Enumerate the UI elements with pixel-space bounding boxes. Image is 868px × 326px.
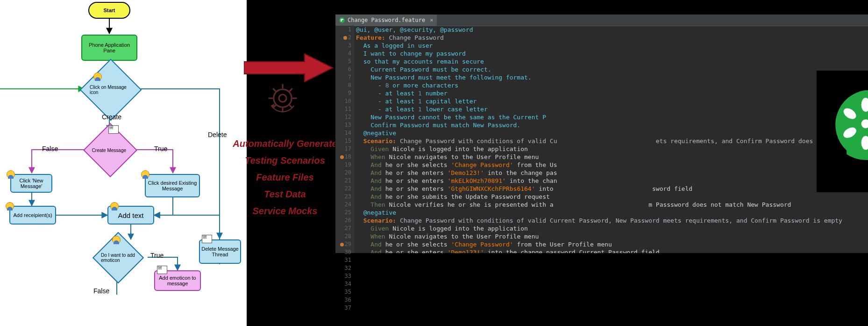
data-icon: 010101 xyxy=(202,235,212,243)
caption-line1: Automatically Generate xyxy=(227,138,343,149)
edge-label-true: True xyxy=(154,145,167,152)
caption-line3: Feature Files xyxy=(227,172,343,183)
svg-point-7 xyxy=(274,89,292,107)
ide-panel: Change Password.feature × 12345678910111… xyxy=(335,14,868,254)
user-icon xyxy=(6,202,14,210)
click-message-icon-label: Click on Message icon xyxy=(90,85,132,95)
create-message-label: Create Message xyxy=(92,148,128,153)
code-line: When Nicole navigates to the User Profil… xyxy=(356,153,868,161)
code-line: New Password cannot be the same as the C… xyxy=(356,113,868,121)
tab-filename: Change Password.feature xyxy=(348,16,425,24)
code-line: Confirm Password must match New Password… xyxy=(356,121,868,129)
add-recipients-label: Add receipient(s) xyxy=(13,212,52,218)
code-line: - at least 1 capital letter xyxy=(356,97,868,105)
code-line: And he or she enters 'Demo123!' into the… xyxy=(356,169,868,177)
click-existing-message-label: Click desired Existing Message xyxy=(146,180,199,191)
start-node: Start xyxy=(88,2,130,19)
delete-thread-label: Delete Message Thread xyxy=(200,246,240,257)
user-icon xyxy=(7,170,15,179)
user-icon xyxy=(141,170,149,179)
code-line: Given Nicole is logged into the applicat… xyxy=(356,145,868,153)
code-line: And he or she submits the Update Passwor… xyxy=(356,193,868,201)
edge-label-delete: Delete xyxy=(208,131,227,138)
code-line: - 8 or more characters xyxy=(356,81,868,89)
add-text-label: Add text xyxy=(118,211,143,219)
code-line: Feature: Change Password xyxy=(356,34,868,42)
user-icon xyxy=(110,202,119,210)
edge-label-create: Create xyxy=(102,113,121,121)
tab-bar: Change Password.feature × xyxy=(335,14,868,26)
code-line: I want to change my password xyxy=(356,50,868,58)
start-label: Start xyxy=(103,7,115,13)
close-icon[interactable]: × xyxy=(430,16,433,24)
code-line: @ui, @user, @security, @password xyxy=(356,26,868,34)
click-new-message-label: Click 'New Message' xyxy=(11,178,51,189)
data-icon: 010101 xyxy=(157,266,167,274)
code-line: @negative xyxy=(356,209,868,217)
code-line: - at least 1 number xyxy=(356,89,868,97)
edge-label-true2: True xyxy=(150,252,164,259)
gear-icon xyxy=(264,80,301,117)
code-line: Scenario: Change Password with condition… xyxy=(356,217,868,225)
caption-line2: Testing Scenarios xyxy=(227,155,343,166)
line-number-gutter: 1234567891011121314151718192021222324252… xyxy=(335,26,354,253)
edge-label-false2: False xyxy=(93,287,109,295)
add-emoticon-label: Add emoticon to message xyxy=(155,275,200,286)
code-line: so that my accounts remain secure xyxy=(356,58,868,65)
code-line: @negative xyxy=(356,129,868,137)
code-line: And he or she enters 'Demo123!' into the… xyxy=(356,248,868,253)
file-tab[interactable]: Change Password.feature × xyxy=(335,14,437,26)
phone-app-node: Phone Application Pane xyxy=(81,35,137,61)
code-line: As a logged in user xyxy=(356,42,868,50)
flowchart-panel: Start Phone Application Pane Click on Me… xyxy=(0,0,247,326)
code-line: And he or she enters 'mkELkOHzh70891' in… xyxy=(356,177,868,185)
code-line: Current Password must be correct. xyxy=(356,65,868,73)
user-icon xyxy=(112,236,121,244)
code-line: Scenario: Change Password with condition… xyxy=(356,137,868,145)
data-icon: 010101 xyxy=(108,125,119,134)
click-new-message-node: Click 'New Message' xyxy=(10,174,52,193)
add-recipients-node: Add receipient(s) xyxy=(9,206,56,225)
edge-label-false: False xyxy=(42,145,58,152)
click-message-icon-node: Click on Message icon xyxy=(80,59,142,121)
code-line: New Password must meet the following for… xyxy=(356,73,868,81)
code-line: And he or she selects 'Change Password' … xyxy=(356,240,868,248)
svg-point-8 xyxy=(279,94,286,102)
caption-line4: Test Data xyxy=(227,189,343,200)
user-icon xyxy=(93,72,102,81)
code-line: And he or she selects 'Change Password' … xyxy=(356,161,868,169)
code-line: - at least 1 lower case letter xyxy=(356,105,868,113)
cucumber-logo xyxy=(817,71,868,192)
code-area[interactable]: @ui, @user, @security, @passwordFeature:… xyxy=(356,26,868,253)
code-line: Then Nicole verifies he or she is presen… xyxy=(356,201,868,209)
cucumber-file-icon xyxy=(339,17,345,23)
caption-line5: Service Mocks xyxy=(227,206,343,217)
click-existing-message-node: Click desired Existing Message xyxy=(145,174,200,197)
code-line: Given Nicole is logged into the applicat… xyxy=(356,225,868,232)
add-emoticon-decision-label: Do I want to add emoticon xyxy=(101,253,135,263)
code-line: When Nicole navigates to the User Profil… xyxy=(356,232,868,240)
code-line: And he or she enters 'GtghGIWNXCKchFPRbs… xyxy=(356,185,868,193)
phone-app-label: Phone Application Pane xyxy=(82,42,136,53)
